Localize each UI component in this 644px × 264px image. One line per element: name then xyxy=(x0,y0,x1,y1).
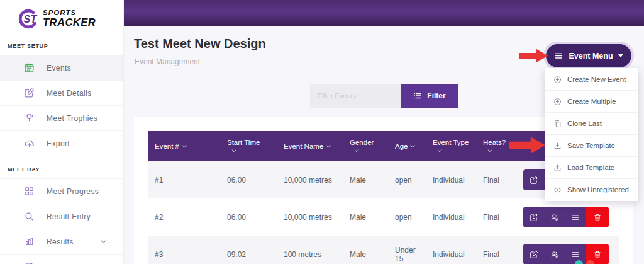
sort-chevron-icon xyxy=(487,147,493,154)
column-header-event-number[interactable]: Event # xyxy=(148,131,220,161)
plus-circle-icon xyxy=(553,76,562,84)
sidebar-item-label: Results xyxy=(47,238,74,246)
sort-chevron-icon xyxy=(325,143,331,149)
chevron-down-icon xyxy=(100,238,107,245)
logo-letters: ST xyxy=(23,13,37,25)
column-header-event-name[interactable]: Event Name xyxy=(277,131,343,161)
menu-item-create-multiple[interactable]: Create Multiple xyxy=(545,91,638,113)
row-menu-button[interactable] xyxy=(565,244,586,264)
chat-widget-fragment xyxy=(586,260,594,264)
cell-age: open xyxy=(388,198,426,236)
sidebar-item-meet-progress[interactable]: Meet Progress xyxy=(0,178,123,204)
grid-icon xyxy=(24,186,35,197)
athletes-button[interactable] xyxy=(544,207,565,227)
edit-icon xyxy=(530,250,538,259)
edit-event-button[interactable] xyxy=(523,244,544,264)
cell-event-name: 10,000 metres xyxy=(277,161,343,198)
menu-item-show-unregistered[interactable]: Show Unregistered xyxy=(545,179,638,200)
filter-events-input[interactable] xyxy=(310,84,401,108)
athletes-button[interactable] xyxy=(544,244,565,264)
annotation-arrow-event-menu xyxy=(519,47,548,64)
sidebar-item-export[interactable]: Export xyxy=(0,130,123,156)
delete-event-button[interactable] xyxy=(586,207,609,227)
hamburger-icon xyxy=(571,213,580,222)
hamburger-icon xyxy=(571,250,580,259)
sidebar-item-meet-details[interactable]: Meet Details xyxy=(0,80,123,105)
brand-name-bottom: TRACKER xyxy=(43,17,96,28)
trash-icon xyxy=(593,250,602,259)
caret-down-icon xyxy=(618,54,623,57)
sort-chevron-icon xyxy=(409,143,416,149)
menu-item-clone-last[interactable]: Clone Last xyxy=(545,113,638,135)
cell-heats: Final xyxy=(476,161,518,198)
sidebar-item-label: Result Entry xyxy=(47,212,91,221)
menu-item-label: Clone Last xyxy=(567,120,602,127)
sidebar-item-label: Meet Trophies xyxy=(47,114,97,123)
menu-item-save-template[interactable]: Save Template xyxy=(545,135,638,157)
column-header-age[interactable]: Age xyxy=(388,131,426,161)
hamburger-icon xyxy=(554,51,564,60)
edit-icon xyxy=(530,176,538,185)
trash-icon xyxy=(593,213,602,222)
menu-item-load-template[interactable]: Load Template xyxy=(545,157,638,179)
cell-event-type: Individual xyxy=(426,236,476,264)
cell-start-time: 06.00 xyxy=(220,161,277,198)
column-header-gender[interactable]: Gender xyxy=(343,131,388,161)
app-window: ST SPORTS TRACKER MEET SETUP Events Meet… xyxy=(0,0,644,264)
sidebar-section-meet-day: MEET DAY xyxy=(0,156,123,178)
edit-event-button[interactable] xyxy=(523,207,544,227)
upload-icon xyxy=(553,164,562,172)
filter-button-label: Filter xyxy=(427,91,445,100)
cell-event-number: #1 xyxy=(148,161,220,198)
page-subtitle: Event Management xyxy=(135,57,200,66)
cell-event-number: #3 xyxy=(148,236,220,264)
cell-event-name: 100 metres xyxy=(277,236,343,264)
column-header-start-time[interactable]: Start Time xyxy=(220,131,277,161)
sidebar-item-label: Export xyxy=(47,139,70,148)
sidebar-item-bonus-points[interactable]: Bonus Points xyxy=(0,254,123,264)
search-icon xyxy=(24,211,35,222)
cell-event-number: #2 xyxy=(148,198,220,236)
column-header-heats[interactable]: Heats? xyxy=(476,131,518,161)
menu-item-create-new-event[interactable]: Create New Event xyxy=(545,69,638,91)
sidebar-item-meet-trophies[interactable]: Meet Trophies xyxy=(0,105,123,130)
row-menu-button[interactable] xyxy=(565,207,586,227)
cell-gender: Male xyxy=(343,236,388,264)
edit-icon xyxy=(24,88,35,98)
sidebar-item-results[interactable]: Results xyxy=(0,229,123,254)
list-icon xyxy=(413,91,422,100)
cell-start-time: 06.00 xyxy=(220,198,277,236)
cell-age: open xyxy=(388,161,426,198)
sort-chevron-icon xyxy=(231,147,237,154)
cell-gender: Male xyxy=(343,161,388,198)
edit-event-button[interactable] xyxy=(523,169,544,190)
filter-bar: Filter xyxy=(310,84,458,108)
table-row: #3 09.02 100 metres Male Under 15 Indivi… xyxy=(148,236,619,264)
diamond-icon xyxy=(24,261,35,264)
sidebar-item-label: Meet Details xyxy=(47,89,92,98)
cell-actions xyxy=(518,236,619,264)
sidebar-item-events[interactable]: Events xyxy=(0,55,123,80)
column-header-event-type[interactable]: Event Type xyxy=(426,131,476,161)
sort-chevron-icon xyxy=(181,143,187,149)
brand-name-top: SPORTS xyxy=(43,9,96,17)
brand-text: SPORTS TRACKER xyxy=(43,9,96,28)
sidebar-section-meet-setup: MEET SETUP xyxy=(0,35,123,55)
sidebar-item-result-entry[interactable]: Result Entry xyxy=(0,204,123,229)
download-icon xyxy=(553,142,562,150)
users-icon xyxy=(550,213,559,222)
row-action-group xyxy=(523,207,609,227)
top-bar xyxy=(123,0,644,26)
sort-chevron-icon xyxy=(353,147,360,154)
app-logo[interactable]: ST SPORTS TRACKER xyxy=(0,0,123,35)
plus-circle-icon xyxy=(553,98,562,106)
menu-item-label: Load Template xyxy=(567,164,614,171)
users-icon xyxy=(550,250,559,259)
main-content: Test Meet New Design Event Management Fi… xyxy=(123,26,644,264)
table-row: #2 06.00 10,000 metres Male open Individ… xyxy=(148,198,619,236)
event-menu-button[interactable]: Event Menu xyxy=(546,44,631,67)
event-menu-button-label: Event Menu xyxy=(569,52,613,60)
cell-event-type: Individual xyxy=(426,198,476,236)
sports-tracker-logo-icon: ST xyxy=(17,6,41,30)
filter-button[interactable]: Filter xyxy=(401,84,458,108)
